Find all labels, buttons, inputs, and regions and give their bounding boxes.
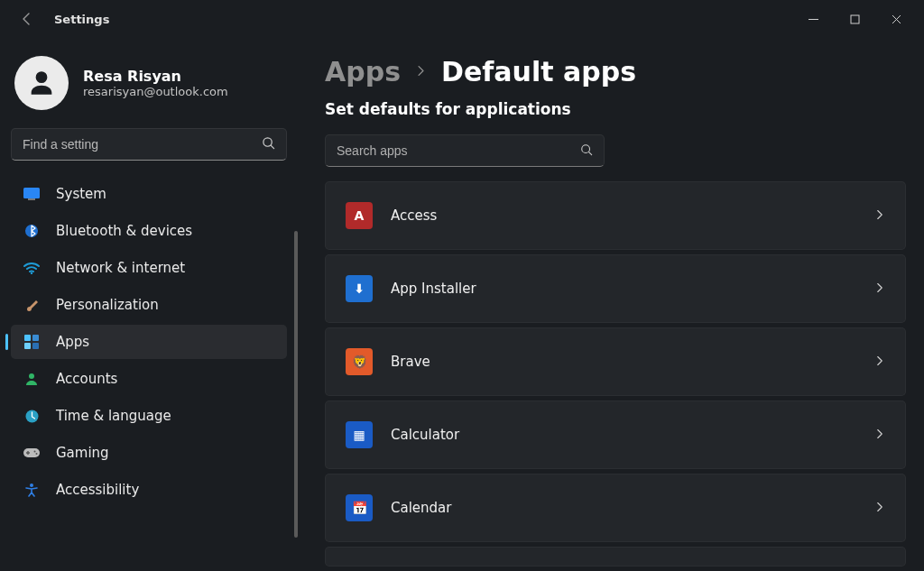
apps-search[interactable] [325,134,605,167]
svg-point-10 [29,373,34,379]
chevron-right-icon [874,208,885,223]
chevron-right-icon [874,428,885,442]
svg-point-1 [263,138,272,146]
sidebar-item-accounts[interactable]: Accounts [11,362,287,396]
accessibility-icon [23,482,40,498]
app-row-brave[interactable]: 🦁Brave [325,327,906,396]
chevron-right-icon [874,355,885,369]
sidebar-nav: SystemBluetooth & devicesNetwork & inter… [11,177,287,507]
user-profile[interactable]: Resa Risyan resarisyan@outlook.com [11,49,287,128]
sidebar-item-label: Apps [56,334,89,350]
clock-globe-icon [23,408,40,424]
wifi-icon [23,260,40,276]
svg-rect-0 [851,15,859,23]
sidebar-item-accessibility[interactable]: Accessibility [11,473,287,507]
sidebar-item-label: Time & language [56,408,171,424]
minimize-icon [808,14,818,24]
search-icon [580,143,593,159]
close-button[interactable] [875,5,917,33]
sidebar-item-label: System [56,186,106,202]
svg-rect-7 [32,335,39,341]
svg-point-5 [31,272,32,274]
maximize-button[interactable] [834,5,875,33]
app-icon: A [346,202,373,229]
user-name: Resa Risyan [83,68,228,85]
sidebar-item-apps[interactable]: Apps [11,325,287,359]
sidebar-item-label: Accessibility [56,482,139,498]
system-icon [23,186,40,202]
app-icon: ⬇ [346,275,373,302]
window-title: Settings [54,13,109,26]
settings-search-input[interactable] [23,137,262,152]
breadcrumb-current: Default apps [441,56,636,87]
arrow-left-icon [20,12,34,26]
user-email: resarisyan@outlook.com [83,85,228,98]
sidebar-item-label: Personalization [56,297,159,313]
person-icon [23,371,40,387]
close-icon [892,14,901,24]
chevron-right-icon [415,65,427,79]
grid-icon [23,334,40,350]
back-button[interactable] [16,8,38,30]
app-label: App Installer [391,281,476,297]
avatar [14,56,69,110]
sidebar-item-system[interactable]: System [11,177,287,211]
svg-point-16 [582,144,590,152]
sidebar-item-time-language[interactable]: Time & language [11,399,287,433]
section-subtitle: Set defaults for applications [325,100,906,118]
breadcrumb: Apps Default apps [325,56,906,87]
app-icon: 🦁 [346,348,373,375]
settings-search[interactable] [11,128,287,161]
svg-rect-8 [24,343,31,349]
sidebar-item-label: Network & internet [56,260,185,276]
chevron-right-icon [874,281,885,296]
bluetooth-icon [23,223,40,239]
app-row-next[interactable] [325,547,906,566]
app-row-calculator[interactable]: ▦Calculator [325,401,906,469]
title-bar: Settings [0,0,924,38]
search-icon [262,136,275,152]
selection-indicator [5,334,8,350]
main-content: Apps Default apps Set defaults for appli… [298,38,924,571]
sidebar: Resa Risyan resarisyan@outlook.com Syste… [0,38,298,571]
brush-icon [23,297,40,313]
svg-rect-6 [24,335,31,341]
minimize-button[interactable] [792,5,834,33]
app-label: Calculator [391,427,459,443]
app-row-app-installer[interactable]: ⬇App Installer [325,254,906,323]
chevron-right-icon [874,501,885,515]
app-label: Brave [391,354,430,370]
breadcrumb-parent[interactable]: Apps [325,56,401,87]
sidebar-item-bluetooth-devices[interactable]: Bluetooth & devices [11,214,287,248]
sidebar-item-network-internet[interactable]: Network & internet [11,251,287,285]
sidebar-item-label: Accounts [56,371,117,387]
sidebar-item-gaming[interactable]: Gaming [11,436,287,470]
svg-rect-12 [23,448,40,457]
app-row-calendar[interactable]: 📅Calendar [325,474,906,542]
app-list: AAccess⬇App Installer🦁Brave▦Calculator📅C… [325,181,906,566]
svg-point-14 [36,453,38,455]
svg-rect-2 [23,188,40,198]
gamepad-icon [23,445,40,461]
app-label: Calendar [391,500,451,516]
app-row-access[interactable]: AAccess [325,181,906,250]
app-label: Access [391,207,437,224]
app-icon: ▦ [346,421,373,448]
app-icon: 📅 [346,494,373,521]
maximize-icon [850,14,860,24]
sidebar-item-label: Bluetooth & devices [56,223,192,239]
sidebar-item-personalization[interactable]: Personalization [11,288,287,322]
apps-search-input[interactable] [337,143,580,158]
svg-rect-3 [28,198,35,200]
svg-point-15 [30,484,33,487]
sidebar-scrollbar[interactable] [294,231,298,538]
svg-point-13 [34,451,36,453]
person-icon [26,68,57,98]
sidebar-item-label: Gaming [56,445,109,461]
svg-rect-9 [32,343,39,349]
